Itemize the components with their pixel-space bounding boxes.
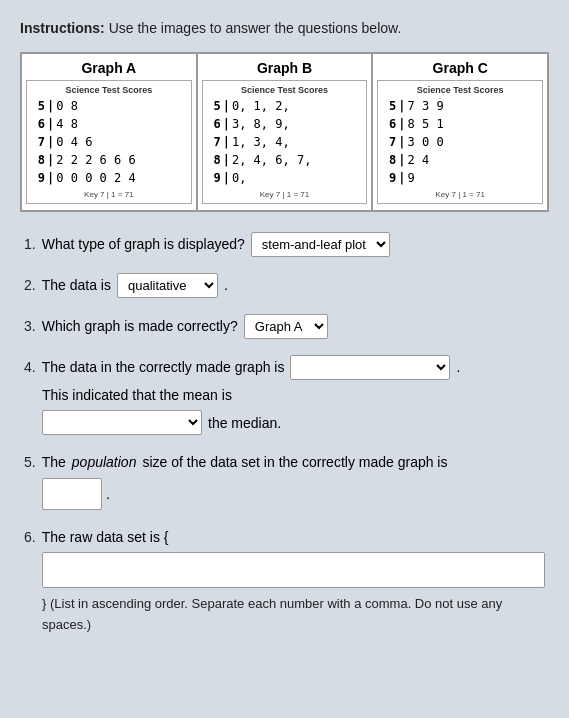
question-2: 2. The data is qualitative quantitative … [24, 273, 545, 298]
graph-b-stemleaf: Science Test Scores 5 | 0, 1, 2, 6 | 3, … [202, 80, 368, 204]
q5-period: . [106, 483, 110, 505]
table-row: 7 | 1, 3, 4, [209, 133, 361, 151]
q2-text: The data is [42, 274, 111, 296]
instructions-prefix: Instructions: [20, 20, 105, 36]
q6-text-before: The raw data set is { [42, 526, 169, 548]
graph-b-title: Graph B [202, 60, 368, 76]
table-row: 5 | 0 8 [33, 97, 185, 115]
graph-b-panel: Graph B Science Test Scores 5 | 0, 1, 2,… [198, 54, 374, 210]
q4-after: . [456, 356, 460, 378]
q5-number: 5. [24, 451, 36, 473]
question-3-line: 3. Which graph is made correctly? Graph … [24, 314, 545, 339]
question-4-line2: This indicated that the mean is [42, 384, 545, 406]
question-1-line: 1. What type of graph is displayed? stem… [24, 232, 545, 257]
q2-after: . [224, 274, 228, 296]
table-row: 5 | 0, 1, 2, [209, 97, 361, 115]
graph-b-subtitle: Science Test Scores [209, 85, 361, 95]
q5-text-before: The [42, 451, 66, 473]
q1-text: What type of graph is displayed? [42, 233, 245, 255]
question-5-line: 5. The population size of the data set i… [24, 451, 545, 473]
table-row: 9 | 0, [209, 169, 361, 187]
question-6-input-row [42, 552, 545, 588]
q6-note: } (List in ascending order. Separate eac… [42, 594, 545, 636]
q3-select[interactable]: Graph A Graph B Graph C [244, 314, 328, 339]
table-row: 5 | 7 3 9 [384, 97, 536, 115]
graph-c-subtitle: Science Test Scores [384, 85, 536, 95]
table-row: 8 | 2, 4, 6, 7, [209, 151, 361, 169]
table-row: 9 | 0 0 0 0 2 4 [33, 169, 185, 187]
question-4-line3: greater than less than equal to the medi… [42, 410, 545, 435]
table-row: 8 | 2 4 [384, 151, 536, 169]
q4-text: The data in the correctly made graph is [42, 356, 285, 378]
graph-b-key: Key 7 | 1 = 71 [209, 190, 361, 199]
graph-c-key: Key 7 | 1 = 71 [384, 190, 536, 199]
q5-italic: population [72, 451, 137, 473]
question-2-line: 2. The data is qualitative quantitative … [24, 273, 545, 298]
q4-number: 4. [24, 356, 36, 378]
graph-a-panel: Graph A Science Test Scores 5 | 0 8 6 | … [22, 54, 198, 210]
graphs-container: Graph A Science Test Scores 5 | 0 8 6 | … [20, 52, 549, 212]
graph-c-title: Graph C [377, 60, 543, 76]
table-row: 8 | 2 2 2 6 6 6 [33, 151, 185, 169]
question-5-input-row: . [42, 478, 545, 510]
table-row: 6 | 4 8 [33, 115, 185, 133]
question-6-line: 6. The raw data set is { [24, 526, 545, 548]
q6-input[interactable] [42, 552, 545, 588]
table-row: 6 | 3, 8, 9, [209, 115, 361, 133]
q1-number: 1. [24, 233, 36, 255]
q4-select[interactable]: skewed left skewed right symmetric unifo… [290, 355, 450, 380]
q4-second-text: This indicated that the mean is [42, 387, 232, 403]
q3-number: 3. [24, 315, 36, 337]
table-row: 9 | 9 [384, 169, 536, 187]
question-1: 1. What type of graph is displayed? stem… [24, 232, 545, 257]
graph-a-title: Graph A [26, 60, 192, 76]
q1-select[interactable]: stem-and-leaf plot bar graph histogram p… [251, 232, 390, 257]
graph-a-key: Key 7 | 1 = 71 [33, 190, 185, 199]
q4b-select[interactable]: greater than less than equal to [42, 410, 202, 435]
question-4: 4. The data in the correctly made graph … [24, 355, 545, 435]
instructions: Instructions: Use the images to answer t… [20, 20, 549, 36]
instructions-text: Use the images to answer the questions b… [109, 20, 402, 36]
q3-text: Which graph is made correctly? [42, 315, 238, 337]
graph-c-stemleaf: Science Test Scores 5 | 7 3 9 6 | 8 5 1 … [377, 80, 543, 204]
q6-number: 6. [24, 526, 36, 548]
q5-text-middle: size of the data set in the correctly ma… [142, 451, 447, 473]
graph-c-panel: Graph C Science Test Scores 5 | 7 3 9 6 … [373, 54, 547, 210]
table-row: 7 | 3 0 0 [384, 133, 536, 151]
questions-section: 1. What type of graph is displayed? stem… [20, 232, 549, 636]
question-6: 6. The raw data set is { } (List in asce… [24, 526, 545, 636]
q4-median-text: the median. [208, 412, 281, 434]
question-4-line1: 4. The data in the correctly made graph … [24, 355, 545, 380]
graph-a-subtitle: Science Test Scores [33, 85, 185, 95]
table-row: 7 | 0 4 6 [33, 133, 185, 151]
question-5: 5. The population size of the data set i… [24, 451, 545, 509]
question-3: 3. Which graph is made correctly? Graph … [24, 314, 545, 339]
graph-a-stemleaf: Science Test Scores 5 | 0 8 6 | 4 8 7 | … [26, 80, 192, 204]
q5-input[interactable] [42, 478, 102, 510]
table-row: 6 | 8 5 1 [384, 115, 536, 133]
q2-select[interactable]: qualitative quantitative [117, 273, 218, 298]
q2-number: 2. [24, 274, 36, 296]
